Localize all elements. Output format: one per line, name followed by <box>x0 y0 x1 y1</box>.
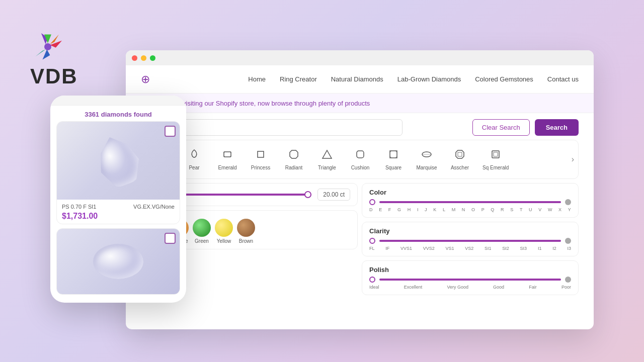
diamond-oval-shape <box>93 244 143 279</box>
cushion-icon <box>354 148 366 163</box>
pear-icon <box>188 148 200 163</box>
search-buttons: Clear Search Search <box>472 119 579 136</box>
mobile-diamond-card-1[interactable]: PS 0.70 F SI1 VG.EX.VG/None $1,731.00 <box>56 121 180 224</box>
radiant-icon <box>288 148 300 163</box>
shape-triangle[interactable]: Triangle <box>311 145 343 173</box>
browser-dot-green[interactable] <box>150 55 155 61</box>
vdb-logo: VDB <box>30 30 78 88</box>
swatch-brown-circle <box>237 219 255 237</box>
swatch-yellow-circle <box>215 219 233 237</box>
carat-value: 20.00 ct <box>317 189 350 201</box>
clarity-thumb-right[interactable] <box>565 238 571 244</box>
pear-label: Pear <box>189 165 199 170</box>
shape-selector: Oval Pear Emerald Princess Radiant <box>141 140 579 179</box>
square-label: Square <box>385 165 401 170</box>
browser-banner: Thank you for visiting our Shopify store… <box>126 94 594 113</box>
shape-princess[interactable]: Princess <box>245 145 276 173</box>
browser-mockup: ⊕ Home Ring Creator Natural Diamonds Lab… <box>126 50 594 329</box>
svg-rect-8 <box>258 151 264 157</box>
color-slider-row <box>369 199 571 205</box>
filters-container: 20.00 ct Pink Orange Green <box>141 183 579 295</box>
square-icon <box>387 148 399 163</box>
svg-point-1 <box>44 43 51 50</box>
nav-ring-creator[interactable]: Ring Creator <box>280 75 317 83</box>
shape-cushion[interactable]: Cushion <box>345 145 376 173</box>
svg-rect-3 <box>224 152 231 157</box>
svg-rect-20 <box>458 152 462 156</box>
marquise-icon <box>421 148 433 163</box>
swatch-brown[interactable]: Brown <box>237 219 255 244</box>
swatch-yellow-label: Yellow <box>217 238 231 244</box>
cushion-label: Cushion <box>351 165 370 170</box>
card-checkbox-2[interactable] <box>165 233 176 244</box>
clear-search-button[interactable]: Clear Search <box>472 119 530 136</box>
mobile-diamond-card-2[interactable] <box>56 228 180 295</box>
polish-filter-title: Polish <box>369 266 571 274</box>
nav-colored-gemstones[interactable]: Colored Gemstones <box>475 75 533 83</box>
polish-slider-row <box>369 277 571 283</box>
filter-right: Color DEFGHIJKLMNOPQRSTUVWXY Clarity <box>362 183 579 295</box>
polish-labels: IdealExcellentVery GoodGoodFairPoor <box>369 285 571 290</box>
triangle-label: Triangle <box>318 165 336 170</box>
svg-rect-22 <box>494 152 498 156</box>
clarity-track-fill <box>379 240 561 242</box>
card-info-1: PS 0.70 F SI1 VG.EX.VG/None <box>57 200 180 212</box>
nav-home[interactable]: Home <box>248 75 266 83</box>
polish-filter-panel: Polish IdealExcellentVery GoodGoodFairPo… <box>362 260 579 295</box>
vdb-logo-icon <box>30 30 65 60</box>
card-price-1: $1,731.00 <box>57 212 180 224</box>
vdb-text: VDB <box>30 64 78 88</box>
shape-asscher[interactable]: Asscher <box>444 145 475 173</box>
clarity-labels: FLIFVVS1VVS2VS1VS2SI1SI2SI3I1I2I3 <box>369 246 571 251</box>
shape-radiant[interactable]: Radiant <box>278 145 309 173</box>
marquise-label: Marquise <box>416 165 437 170</box>
clarity-filter-panel: Clarity FLIFVVS1VVS2VS1VS2SI1SI2SI3I1I2I… <box>362 222 579 256</box>
clarity-track[interactable] <box>379 240 561 242</box>
shape-square[interactable]: Square <box>378 145 409 173</box>
color-thumb-right[interactable] <box>565 199 571 205</box>
nav-contact[interactable]: Contact us <box>547 75 579 83</box>
clarity-thumb-left[interactable] <box>369 238 375 244</box>
triangle-icon <box>321 148 333 163</box>
polish-thumb-left[interactable] <box>369 277 375 283</box>
nav-logo: ⊕ <box>141 73 150 86</box>
card-checkbox-1[interactable] <box>165 126 176 137</box>
browser-dot-yellow[interactable] <box>141 55 146 61</box>
sq-emerald-label: Sq Emerald <box>482 165 509 170</box>
color-filter-title: Color <box>369 189 571 196</box>
princess-icon <box>255 148 267 163</box>
svg-rect-12 <box>390 151 397 158</box>
asscher-icon <box>454 148 466 163</box>
mobile-mockup: 3361 diamonds found PS 0.70 F SI1 VG.EX.… <box>50 96 186 303</box>
search-button[interactable]: Search <box>535 119 579 136</box>
shape-next-chevron[interactable]: › <box>572 155 574 164</box>
color-track[interactable] <box>379 201 561 203</box>
color-labels: DEFGHIJKLMNOPQRSTUVWXY <box>369 207 571 212</box>
polish-thumb-right[interactable] <box>565 277 571 283</box>
svg-rect-21 <box>492 151 499 158</box>
svg-marker-19 <box>456 150 464 158</box>
swatch-brown-label: Brown <box>239 238 253 244</box>
mobile-top-bar <box>50 96 186 106</box>
nav-lab-grown[interactable]: Lab-Grown Diamonds <box>397 75 461 83</box>
swatch-green-label: Green <box>195 238 209 244</box>
shape-marquise[interactable]: Marquise <box>411 145 442 173</box>
shape-sq-emerald[interactable]: Sq Emerald <box>477 145 514 173</box>
svg-marker-9 <box>290 150 298 158</box>
diamond-pear-shape <box>91 130 145 191</box>
nav-natural-diamonds[interactable]: Natural Diamonds <box>331 75 383 83</box>
color-thumb-left[interactable] <box>369 199 375 205</box>
browser-titlebar <box>126 50 594 65</box>
swatch-yellow[interactable]: Yellow <box>215 219 233 244</box>
clarity-filter-title: Clarity <box>369 227 571 235</box>
shape-emerald[interactable]: Emerald <box>212 145 243 173</box>
browser-dot-red[interactable] <box>132 55 137 61</box>
color-filter-panel: Color DEFGHIJKLMNOPQRSTUVWXY <box>362 183 579 218</box>
polish-track-fill <box>379 279 561 281</box>
diamond-image-2 <box>57 229 180 294</box>
polish-track[interactable] <box>379 279 561 281</box>
swatch-green[interactable]: Green <box>193 219 211 244</box>
search-area: Clear Search Search <box>126 113 594 140</box>
browser-nav: ⊕ Home Ring Creator Natural Diamonds Lab… <box>126 65 594 94</box>
diamonds-count: 3361 diamonds found <box>50 106 186 121</box>
